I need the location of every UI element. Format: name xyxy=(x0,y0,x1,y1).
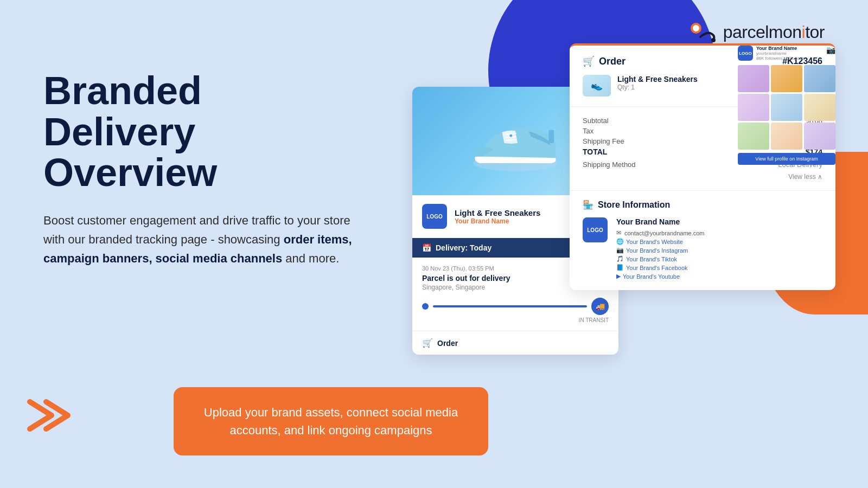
store-email: contact@yourbrandname.com xyxy=(624,230,705,236)
bg-arrow-decoration xyxy=(22,388,76,445)
photo-cell-7 xyxy=(738,123,769,150)
store-section-title: 🏪 Store Information xyxy=(583,200,822,210)
globe-icon: 🌐 xyxy=(616,238,624,245)
store-main-row: LOGO Your Brand Name ✉ contact@yourbrand… xyxy=(583,217,822,281)
store-name: Your Brand Name xyxy=(616,217,822,226)
subtotal-label: Subtotal xyxy=(583,117,609,125)
order-mini-section: 🛒 Order xyxy=(412,331,618,355)
shipping-method-label: Shipping Method xyxy=(583,160,636,169)
tax-label: Tax xyxy=(583,127,593,135)
view-less-button[interactable]: View less ∧ xyxy=(583,173,822,181)
facebook-icon: 📘 xyxy=(616,264,624,271)
youtube-icon: ▶ xyxy=(616,273,621,280)
store-instagram-link[interactable]: 📷 Your Brand's Instagram xyxy=(616,247,822,254)
parcelmonitor-logo: parcelmonitor xyxy=(690,22,825,42)
insta-info: Your Brand Name yourbrandname 88K follow… xyxy=(756,46,805,61)
left-content: Branded Delivery Overview Boost customer… xyxy=(43,70,358,268)
svg-point-8 xyxy=(509,134,512,137)
cta-text: Upload your brand assets, connect social… xyxy=(195,403,467,439)
track-line xyxy=(433,305,587,307)
view-full-instagram-button[interactable]: View full profile on Instagram xyxy=(738,153,835,165)
photo-cell-5 xyxy=(771,94,802,121)
store-email-row: ✉ contact@yourbrandname.com xyxy=(616,229,822,236)
page-title: Branded Delivery Overview xyxy=(43,70,358,194)
instagram-icon: 📷 xyxy=(616,247,624,254)
brand-logo: LOGO xyxy=(422,204,447,229)
photo-cell-9 xyxy=(804,123,835,150)
store-facebook-link[interactable]: 📘 Your Brand's Facebook xyxy=(616,264,822,271)
store-tiktok-link[interactable]: 🎵 Your Brand's Tiktok xyxy=(616,255,822,262)
insta-logo-mini: LOGO xyxy=(738,46,753,61)
insta-name: Your Brand Name xyxy=(756,46,805,51)
cta-box[interactable]: Upload your brand assets, connect social… xyxy=(174,387,488,455)
store-youtube-link[interactable]: ▶ Your Brand's Youtube xyxy=(616,273,822,280)
hero-description: Boost customer engagement and drive traf… xyxy=(43,211,358,268)
photo-cell-3 xyxy=(804,65,835,92)
email-icon: ✉ xyxy=(616,229,621,236)
insta-handle: yourbrandname xyxy=(756,51,805,56)
in-transit-label: IN TRANSIT xyxy=(422,317,609,323)
track-truck-icon: 🚚 xyxy=(591,298,609,315)
brand-name: Light & Free Sneakers xyxy=(455,208,540,217)
order-panel: 🛒 Order #K123456 👟 Light & Free Sneakers… xyxy=(570,43,835,290)
track-start-dot xyxy=(422,303,429,310)
total-label: TOTAL xyxy=(583,147,607,156)
store-icon: 🏪 xyxy=(583,200,593,210)
tracking-progress-bar: 🚚 xyxy=(422,298,609,315)
insta-stats: 88K followers • 532 posts xyxy=(756,56,805,61)
order-item-thumbnail: 👟 xyxy=(583,75,611,97)
photo-cell-4 xyxy=(738,94,769,121)
instagram-photo-grid xyxy=(738,65,835,150)
photo-cell-1 xyxy=(738,65,769,92)
delivery-label: Delivery: Today xyxy=(436,243,492,252)
photo-cell-8 xyxy=(771,123,802,150)
svg-point-2 xyxy=(711,38,716,42)
store-website-link[interactable]: 🌐 Your Brand's Website xyxy=(616,238,822,245)
pm-logo-text: parcelmonitor xyxy=(723,22,825,42)
instagram-brand-icon: 📷 xyxy=(826,46,835,54)
brand-info: Light & Free Sneakers Your Brand Name xyxy=(455,208,540,225)
shipping-label: Shipping Fee xyxy=(583,137,624,145)
photo-cell-6 xyxy=(804,94,835,121)
tiktok-icon: 🎵 xyxy=(616,255,624,262)
calendar-icon: 📅 xyxy=(422,243,431,252)
cart-icon: 🛒 xyxy=(583,55,595,67)
svg-point-1 xyxy=(693,25,699,31)
cart-icon-mini: 🛒 xyxy=(422,338,433,348)
photo-cell-2 xyxy=(771,65,802,92)
store-section: 🏪 Store Information LOGO Your Brand Name… xyxy=(570,191,835,290)
brand-subtitle: Your Brand Name xyxy=(455,217,540,225)
order-mini-label: Order xyxy=(437,339,458,348)
svg-rect-7 xyxy=(548,130,554,144)
order-title: 🛒 Order xyxy=(583,55,626,67)
store-details: Your Brand Name ✉ contact@yourbrandname.… xyxy=(616,217,822,281)
instagram-preview: LOGO Your Brand Name yourbrandname 88K f… xyxy=(738,46,835,165)
store-logo: LOGO xyxy=(583,217,608,242)
